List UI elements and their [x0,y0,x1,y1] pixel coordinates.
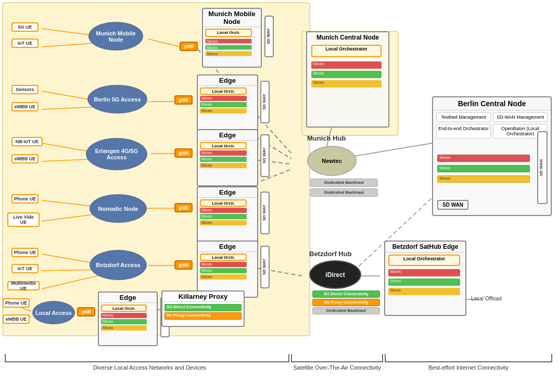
berlin-e2e-orch: End-to-end Orchestrator [436,124,491,138]
munich-central-slice1: Slices [311,61,382,69]
idirect-oval: iDirect [309,260,361,289]
betzdorf-edge-orch: Local Orch. [200,254,247,261]
betzdorf-sathub-node: Betzdorf SatHub Edge Local Orchestrator … [384,241,466,316]
berlin-edge-slice2: Slices [200,102,247,107]
berlin-edge-slice3: Slices [200,108,247,113]
betzdorf-edge-slice2: Slices [200,268,247,273]
berlin-sdwan-mgmt: SD-WAN Management [493,112,548,122]
betzdorf-sathub-orch: Local Orchestrator [388,255,460,266]
munich-edge-slice2: Slices [205,45,252,50]
berlin-slice3: Slices [437,175,530,183]
erlangen-edge-slice3: Slices [200,163,247,168]
local-edge-node: Edge Local Orch. Slices Slices Slices [98,292,158,346]
nomadic-edge-slice3: Slices [200,220,247,225]
multimedia-ue-label: Multimedia UE [7,281,40,290]
local-gnb: gNB [77,307,95,317]
bottom-label-diverse: Diverse Local Access Networks and Device… [5,364,294,371]
erlangen-edge-slice2: Slices [200,157,247,162]
erlangen-edge-orch: Local Orch. [200,142,247,149]
betzdorf-sathub-slice2: Slices [388,279,460,286]
berlin-edge-orch: Local Orch. [200,87,247,95]
phone-ue3-label: Phone UE [3,298,30,308]
berlin-slice2: Slices [437,165,530,172]
killarney-proxy-box: Killarney Proxy 5G Direct Connectivity 5… [161,290,245,327]
berlin-central-node: Berlin Central Node Testbed Management S… [432,96,552,216]
killarney-direct: 5G Direct Connectivity [164,304,242,311]
munich-edge-node: Munich Mobile Node Local Orch. Slices Sl… [202,8,262,68]
nomadic-gnb: gNB [174,203,193,212]
nb-iot-ue-label: NB-IoT UE [11,137,43,146]
betzdorf-edge-slice3: Slices [200,274,247,280]
diagram-container: 5G UE IoT UE Sensors eMBB UE NB-IoT UE e… [0,0,558,375]
munich-edge-slice1: Slices [205,39,252,44]
betzdorf-sathub-slice1: Slices [388,269,460,276]
berlin-5g-access: Berlin 5G Access [87,85,147,113]
munich-central-title: Munich Central Node [307,32,388,43]
iot-ue-label: IoT UE [11,39,39,48]
munich-edge-slice3: Slices [205,51,252,56]
erlangen-edge-slice1: Slices [200,150,247,156]
berlin-central-row2: End-to-end Orchestrator OpenBaton (Local… [436,124,548,138]
embb-ue3-label: eMBB UE [3,314,30,324]
local-edge-slice2: Slices [101,319,147,324]
berlin-sdwan-box: SD WAN [537,131,548,204]
nomadic-edge-slice1: Slices [200,208,247,213]
bottom-label-satellite: Satellite Over-The-Air Connectivity [291,364,383,371]
erlangen-edge-sdwan: SD WAY [260,134,270,177]
berlin-central-title: Berlin Central Node [433,97,551,110]
betzdorf-backhaul: Dedicated Backhaul [312,307,380,314]
berlin-edge-title: Edge [198,75,257,86]
phone-ue2-label: Phone UE [11,248,39,257]
embb-ue-label: eMBB UE [11,102,39,111]
berlin-edge-slice1: Slices [200,96,247,101]
betzdorf-edge-node: Edge Local Orch. Slices Slices Slices [197,241,258,298]
munich-backhaul1: Dedicated Backhaul [310,179,378,187]
betzdorf-edge-title: Edge [198,242,257,252]
erlangen-edge-title: Edge [198,130,257,141]
munich-central-slice2: Slices [311,71,382,78]
erlangen-access: Erlangen 4G/5G Access [86,138,147,170]
nomadic-edge-node: Edge Local Orch. Slices Slices Slices [197,186,258,244]
nomadic-node: Nomadic Node [90,194,147,223]
munich-central-slice3: Slices [311,80,382,87]
betzdorf-sathub-slice3: Slices [388,288,460,295]
betzdorf-gnb: gNB [174,260,193,270]
berlin-sdwan-label: SD WAN [437,200,468,210]
bottom-label-internet: Best-effort Internet Connectivity [385,364,552,371]
munich-central-orch: Local Orchestrator [311,45,382,57]
killarney-proxy: 5G Proxy Connectivity [164,312,242,320]
local-offload-label: Local Offload [471,296,502,301]
munich-backhaul2: Dedicated Backhaul [310,188,378,197]
local-edge-slice3: Slices [101,325,147,331]
local-edge-title: Edge [99,293,157,303]
munich-edge-orch: Local Orch. [205,29,252,37]
svg-line-12 [148,39,180,47]
killarney-proxy-title: Killarney Proxy [162,292,244,302]
munich-hub-label: Munich Hub [307,134,346,142]
5g-ue-label: 5G UE [11,22,39,32]
local-edge-slice1: Slices [101,313,147,318]
newtec-oval: Newtec [307,146,357,176]
berlin-testbed: Testbed Management [436,112,491,122]
munich-mobile-node: Munich Mobile Node [88,22,143,50]
betzdorf-edge-slice1: Slices [200,262,247,267]
betzdorf-sathub-title: Betzdorf SatHub Edge [385,242,465,252]
svg-line-28 [42,275,102,289]
embb-ue2-label: eMBB UE [11,154,39,163]
berlin-edge-sdwan: SD WAY [260,81,270,123]
munich-central-node: Munich Central Node Local Orchestrator S… [306,31,389,128]
live-video-ue-label: Live Vide UE [7,212,40,227]
sensors-label: Sensors [11,85,39,94]
berlin-edge-node: Edge Local Orch. Slices Slices Slices [197,74,258,132]
local-edge-orch: Local Orch. [101,305,147,312]
phone-ue-label: Phone UE [11,194,39,204]
betzdorf-direct: 5G Direct Connectivity [312,290,380,298]
munich-edge-title: Munich Mobile Node [203,9,261,27]
betzdorf-edge-sdwan: SD WAY [260,246,270,288]
local-access: Local Access [32,301,75,324]
munich-edge-sdwan: SD WAY [264,16,274,57]
erlangen-gnb: gNB [174,148,193,158]
erlangen-edge-node: Edge Local Orch. Slices Slices Slices [197,129,258,186]
svg-line-8 [354,143,432,156]
nomadic-edge-slice2: Slices [200,214,247,219]
